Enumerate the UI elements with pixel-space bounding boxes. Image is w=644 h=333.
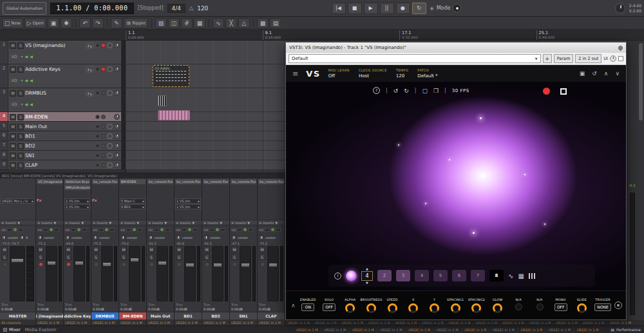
track-row[interactable]: 4MSBM-EDEN [0,112,125,122]
redo-icon[interactable]: ↻ [404,88,409,94]
stepper-up-icon[interactable]: ▲ [366,267,368,271]
record-arm-button[interactable] [66,262,71,267]
wet-dry-knob[interactable] [610,55,616,62]
metronome-button[interactable]: △ [238,18,250,28]
mute-button[interactable]: M [93,246,99,252]
fader-handle[interactable] [158,261,167,265]
inserts-row[interactable]: ≡Inserts▼ [36,220,63,225]
receive-chip[interactable] [126,228,131,232]
solo-button[interactable]: S [17,114,24,120]
param-value-button[interactable]: ON [301,303,314,311]
volume-fader[interactable] [267,246,279,301]
solo-button[interactable]: S [17,143,24,149]
material-slot[interactable]: 5 [433,270,448,281]
mixer-strip[interactable]: bx_console Focus1 VS (Im▸1 VS (Im▸≡Inser… [175,178,202,326]
fx-window-titlebar[interactable]: VST3i: VS (Imaginando) - Track 1 "VS (Im… [286,43,626,53]
vs-field-value[interactable]: Host [359,73,387,79]
record-arm-button[interactable] [101,153,106,158]
play-button[interactable]: ▶ [364,3,378,14]
fx-insert[interactable]: bx_console Focus [258,179,284,184]
volume-fader[interactable] [129,246,140,301]
chevron-down-icon[interactable]: ∨ [615,70,620,77]
receive-chip[interactable] [237,228,242,232]
menu-icon[interactable]: ≡ [292,70,298,78]
solo-button[interactable]: S [17,162,24,169]
fader-handle[interactable] [269,263,278,267]
track-row[interactable]: 6MSBD1 [0,131,125,141]
record-arm-button[interactable] [3,262,7,267]
solo-button[interactable]: S [17,133,24,140]
record-video-button[interactable] [543,88,550,95]
solo-button[interactable]: S [231,254,238,260]
mute-button[interactable]: M [120,246,127,252]
crossfade-button[interactable]: ╳ [225,18,237,28]
record-arm-button[interactable] [149,262,154,267]
record-arm-button[interactable] [101,144,106,148]
track-row[interactable]: 9MSCLAP [0,160,125,170]
tab-mixer[interactable]: Mixer [3,327,21,332]
send-box[interactable]: 1 VS (Im▸ [64,198,90,204]
io-routing-button[interactable]: 2 in 2 out [575,54,601,63]
routing-button[interactable] [107,153,113,158]
snap-toggle-button[interactable]: # [181,18,193,28]
timeline-ruler[interactable]: 1.10:00.0009.10:16.00017.10:32.00025.10:… [126,30,644,41]
receive-chip[interactable] [99,228,104,232]
pan-knob[interactable] [65,235,70,240]
track-row[interactable]: 8MSSN1 [0,151,125,160]
metronome-icon[interactable]: △ [189,5,193,11]
strip-name[interactable]: BD2 [202,312,229,319]
undo-icon[interactable]: ↺ [393,88,399,94]
solo-button[interactable]: S [17,153,24,159]
volume-fader[interactable] [10,246,25,301]
grid-toggle-button[interactable]: ▦ [194,18,205,28]
performance-indicator[interactable]: ▤ Performance [611,327,641,332]
inserts-row[interactable]: ≡Inserts▼ [175,220,202,225]
receive-chip[interactable] [82,228,87,232]
volume-fader[interactable] [156,246,168,301]
fx-insert[interactable]: bx_console Focus [203,179,229,184]
bypass-checkbox[interactable] [618,56,623,61]
strip-name[interactable]: Main Out [147,312,174,319]
param-value-button[interactable]: NONE [594,303,611,311]
track-row[interactable]: 1MSVS (Imaginando)FxI/O▾◀◀ [0,41,125,64]
receive-chip[interactable] [137,228,142,232]
record-arm-button[interactable] [232,262,237,267]
record-arm-button[interactable] [101,124,106,129]
material-slot[interactable]: 3 [396,270,410,281]
vs-field-value[interactable]: Off [328,73,350,79]
pan-knob[interactable] [114,133,120,139]
record-arm-button[interactable] [101,163,106,167]
send-box[interactable]: 1 VS (Im▸ [175,204,201,209]
open-project-button[interactable]: ▷Open [24,18,46,28]
routing-button[interactable] [107,66,113,72]
param-knob[interactable] [366,303,376,313]
ripple-edit-button[interactable]: ≋Ripple [124,18,148,28]
mute-button[interactable]: M [1,246,8,252]
send-box[interactable]: 5 Main C▸ [120,198,146,204]
mute-button[interactable]: M [65,246,71,252]
routing-button[interactable] [107,43,113,48]
param-knob[interactable] [345,303,355,313]
receive-chip[interactable] [265,228,270,232]
param-knob[interactable] [451,303,460,313]
strip-name[interactable]: DRMBUS [91,312,118,319]
fader-handle[interactable] [47,261,56,265]
fader-handle[interactable] [213,263,222,267]
stop-button[interactable]: ■ [348,3,362,14]
stepper-down-icon[interactable]: ▼ [366,281,368,285]
solo-button[interactable]: S [120,254,127,260]
pan-knob[interactable] [114,90,120,96]
media-item-drums[interactable] [158,95,167,106]
material-slot[interactable]: 6 [452,270,466,281]
fx-button[interactable]: Fx [86,90,94,97]
pan-knob[interactable] [1,235,6,240]
mute-button[interactable]: M [10,133,16,140]
mute-button[interactable]: M [204,246,210,252]
record-arm-button[interactable] [101,67,106,71]
vs-field-value[interactable]: 120 [396,73,408,79]
chevron-up-icon[interactable]: ∧ [604,70,609,77]
fader-handle[interactable] [11,258,24,263]
fader-handle[interactable] [102,262,111,267]
locking-button[interactable]: ◫ [168,18,180,28]
expand-icon[interactable]: ∧ [290,302,297,309]
